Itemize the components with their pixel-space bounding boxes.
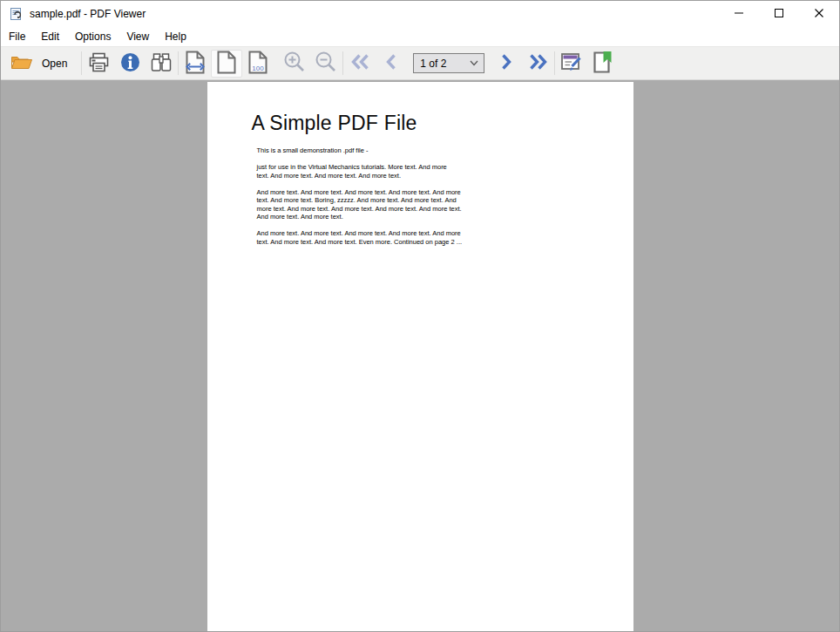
first-page-button[interactable] bbox=[344, 50, 376, 78]
pdf-paragraph: And more text. And more text. And more t… bbox=[257, 229, 633, 246]
search-button[interactable] bbox=[146, 50, 177, 78]
page-fit-icon bbox=[216, 51, 237, 77]
zoom-in-button[interactable] bbox=[279, 50, 310, 78]
zoom-out-button[interactable] bbox=[310, 50, 342, 78]
minimize-button[interactable] bbox=[719, 1, 759, 27]
bookmarks-button[interactable] bbox=[587, 50, 619, 78]
annotations-button[interactable] bbox=[556, 50, 587, 78]
chevron-right-icon bbox=[499, 53, 513, 73]
menu-edit[interactable]: Edit bbox=[33, 29, 67, 44]
pdf-app-icon bbox=[9, 7, 23, 21]
pdf-paragraph: This is a small demonstration .pdf file … bbox=[257, 146, 633, 155]
next-page-button[interactable] bbox=[491, 50, 522, 78]
close-icon bbox=[814, 8, 824, 21]
info-circle-icon bbox=[120, 52, 140, 75]
window-controls bbox=[719, 1, 839, 27]
actual-size-button[interactable]: 100 bbox=[242, 50, 274, 78]
window-title: sample.pdf - PDF Viewer bbox=[30, 8, 146, 20]
toolbar: Open bbox=[1, 46, 839, 80]
fit-page-button[interactable] bbox=[211, 50, 242, 78]
double-chevron-right-icon bbox=[527, 53, 549, 73]
menu-options[interactable]: Options bbox=[67, 29, 119, 44]
menu-help[interactable]: Help bbox=[157, 29, 194, 44]
maximize-icon bbox=[774, 8, 784, 21]
menu-file[interactable]: File bbox=[1, 29, 33, 44]
pdf-page: A Simple PDF File This is a small demons… bbox=[207, 82, 633, 631]
print-button[interactable] bbox=[83, 50, 114, 78]
last-page-button[interactable] bbox=[522, 50, 553, 78]
prev-page-button[interactable] bbox=[376, 50, 407, 78]
chevron-left-icon bbox=[384, 53, 398, 73]
titlebar: sample.pdf - PDF Viewer bbox=[1, 1, 839, 27]
document-viewport[interactable]: A Simple PDF File This is a small demons… bbox=[1, 80, 839, 631]
page-indicator: 1 of 2 bbox=[420, 58, 470, 70]
page-100-icon: 100 bbox=[247, 51, 268, 77]
pdf-title: A Simple PDF File bbox=[252, 112, 633, 134]
pdf-body-text: This is a small demonstration .pdf file … bbox=[257, 146, 633, 246]
magnifier-plus-icon bbox=[283, 51, 306, 76]
menubar: File Edit Options View Help bbox=[1, 27, 839, 46]
info-button[interactable] bbox=[114, 50, 146, 78]
pdf-viewer-window: sample.pdf - PDF Viewer File Edit Optio bbox=[0, 0, 840, 632]
folder-open-icon bbox=[10, 53, 33, 74]
toolbar-separator bbox=[178, 51, 179, 75]
double-chevron-left-icon bbox=[349, 53, 371, 73]
page-fit-width-icon bbox=[185, 51, 206, 77]
page-bookmark-icon bbox=[593, 51, 613, 77]
menu-view[interactable]: View bbox=[119, 29, 157, 44]
page-number-select[interactable]: 1 of 2 bbox=[413, 53, 484, 73]
toolbar-separator bbox=[342, 51, 343, 75]
open-button[interactable]: Open bbox=[3, 50, 80, 78]
printer-icon bbox=[88, 51, 110, 76]
pdf-paragraph: just for use in the Virtual Mechanics tu… bbox=[257, 163, 633, 180]
minimize-icon bbox=[734, 8, 744, 21]
open-button-label: Open bbox=[42, 58, 67, 70]
fit-width-button[interactable] bbox=[180, 50, 211, 78]
note-edit-icon bbox=[560, 51, 584, 76]
close-button[interactable] bbox=[799, 1, 839, 27]
maximize-button[interactable] bbox=[759, 1, 799, 27]
pdf-paragraph: And more text. And more text. And more t… bbox=[257, 188, 633, 221]
svg-text:100: 100 bbox=[253, 65, 265, 72]
toolbar-separator bbox=[554, 51, 555, 75]
chevron-down-icon bbox=[470, 60, 478, 66]
binoculars-icon bbox=[150, 52, 173, 75]
magnifier-minus-icon bbox=[315, 51, 337, 76]
toolbar-separator bbox=[81, 51, 82, 75]
